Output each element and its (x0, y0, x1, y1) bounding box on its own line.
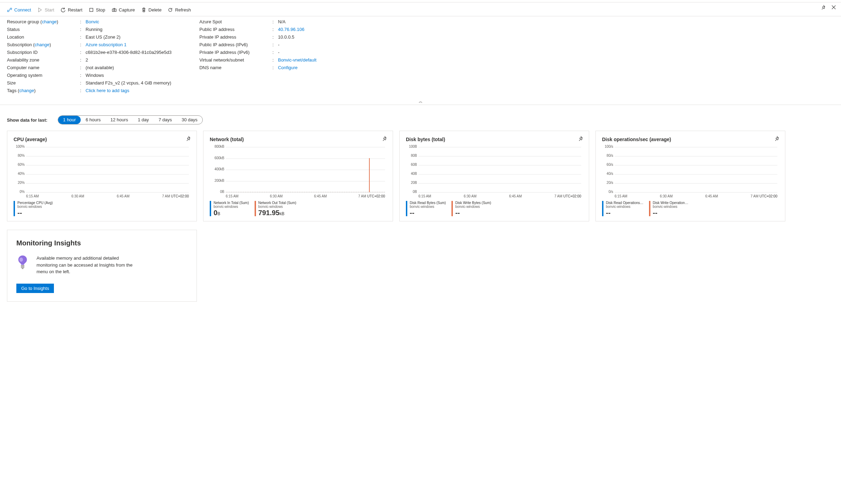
delete-button[interactable]: Delete (141, 7, 162, 13)
property-label: Computer name (7, 65, 80, 70)
property-value: - (278, 50, 279, 55)
time-range-label: Show data for last: (7, 117, 47, 123)
property-row: Subscription (change):Azure subscription… (7, 42, 171, 47)
capture-button[interactable]: Capture (112, 7, 135, 13)
property-value: Azure subscription 1 (86, 42, 127, 47)
chart-card: Disk operations/sec (average)100/s80/s60… (595, 131, 785, 221)
svg-rect-4 (21, 265, 24, 266)
chart-plot[interactable]: 100%80%60%40%20%0% (26, 147, 189, 192)
collapse-icon[interactable]: ︽ (0, 98, 841, 105)
legend-item[interactable]: Disk Read Bytes (Sum)bonvic-windows-- (406, 201, 446, 216)
lightbulb-icon (16, 255, 29, 269)
go-to-insights-button[interactable]: Go to Insights (16, 284, 54, 293)
pin-icon[interactable] (822, 5, 826, 11)
property-label: Private IP address (199, 34, 272, 40)
chart-plot[interactable]: 100B80B60B40B20B0B (418, 147, 581, 192)
property-row: Status:Running (7, 27, 171, 32)
chart-title: Network (total) (210, 137, 386, 142)
chart-xaxis: 6:15 AM6:30 AM6:45 AM7 AM UTC+02:00 (26, 192, 189, 198)
pin-icon[interactable] (186, 136, 192, 142)
property-value: c681b2ee-e378-4306-8d82-81c0a295e5d3 (86, 50, 171, 55)
property-label: Subscription (change) (7, 42, 80, 47)
charts-grid: CPU (average)100%80%60%40%20%0%6:15 AM6:… (0, 131, 841, 228)
property-label: Location (7, 34, 80, 40)
property-label: Resource group (change) (7, 19, 80, 24)
svg-point-2 (113, 10, 115, 11)
time-range-pills: 1 hour6 hours12 hours1 day7 days30 days (58, 115, 203, 124)
chart-card: Disk bytes (total)100B80B60B40B20B0B6:15… (399, 131, 589, 221)
property-row: Virtual network/subnet:Bonvic-vnet/defau… (199, 57, 317, 63)
chart-xaxis: 6:15 AM6:30 AM6:45 AM7 AM UTC+02:00 (418, 192, 581, 198)
property-row: Computer name:(not available) (7, 65, 171, 70)
property-value: Configure (278, 65, 297, 70)
property-value: Bonvic-vnet/default (278, 57, 317, 63)
property-row: Private IP address:10.0.0.5 (199, 34, 317, 40)
essentials-panel: Resource group (change):BonvicStatus:Run… (0, 16, 841, 98)
change-link[interactable]: change (34, 42, 49, 47)
insights-text: Available memory and additional detailed… (37, 255, 141, 275)
time-range-option[interactable]: 30 days (177, 116, 202, 124)
time-range-option[interactable]: 7 days (154, 116, 177, 124)
refresh-button[interactable]: Refresh (168, 7, 191, 13)
property-label: Azure Spot (199, 19, 272, 24)
property-value: Running (86, 27, 102, 32)
time-range-option[interactable]: 12 hours (106, 116, 133, 124)
chart-xaxis: 6:15 AM6:30 AM6:45 AM7 AM UTC+02:00 (615, 192, 777, 198)
property-value: N/A (278, 19, 286, 24)
start-button: Start (37, 7, 54, 13)
close-icon[interactable] (831, 5, 836, 11)
chart-plot[interactable]: 100/s80/s60/s40/s20/s0/s (615, 147, 777, 192)
chart-card: CPU (average)100%80%60%40%20%0%6:15 AM6:… (7, 131, 197, 221)
property-value: Click here to add tags (86, 88, 129, 93)
property-row: Public IP address (IPv6):- (199, 42, 317, 47)
pin-icon[interactable] (579, 136, 584, 142)
restart-button[interactable]: Restart (61, 7, 82, 13)
change-link[interactable]: change (42, 19, 57, 24)
legend-item[interactable]: Percentage CPU (Avg)bonvic-windows-- (14, 201, 53, 216)
chart-legend: Percentage CPU (Avg)bonvic-windows-- (14, 201, 190, 216)
property-value: 40.76.96.106 (278, 27, 304, 32)
property-label: Subscription ID (7, 50, 80, 55)
legend-item[interactable]: Disk Read Operations…bonvic-windows-- (602, 201, 643, 216)
svg-rect-0 (90, 8, 93, 11)
property-label: Size (7, 80, 80, 86)
property-row: Public IP address:40.76.96.106 (199, 27, 317, 32)
pin-icon[interactable] (383, 136, 388, 142)
legend-item[interactable]: Disk Write Bytes (Sum)bonvic-windows-- (451, 201, 491, 216)
property-label: Availability zone (7, 57, 80, 63)
property-value: Windows (86, 73, 104, 78)
insights-title: Monitoring Insights (16, 239, 187, 247)
property-label: Status (7, 27, 80, 32)
property-label: Tags (change) (7, 88, 80, 93)
property-value: 10.0.0.5 (278, 34, 294, 40)
chart-title: CPU (average) (14, 137, 190, 142)
legend-item[interactable]: Network In Total (Sum)bonvic-windows0B (210, 201, 249, 216)
time-range-option[interactable]: 1 day (133, 116, 154, 124)
property-row: Operating system:Windows (7, 73, 171, 78)
change-link[interactable]: change (19, 88, 34, 93)
chart-legend: Disk Read Bytes (Sum)bonvic-windows--Dis… (406, 201, 583, 216)
property-row: Private IP address (IPv6):- (199, 50, 317, 55)
time-range-row: Show data for last: 1 hour6 hours12 hour… (0, 105, 841, 131)
connect-button[interactable]: Connect (7, 7, 31, 13)
chart-card: Network (total)800kB600kB400kB200kB0B6:1… (203, 131, 393, 221)
legend-item[interactable]: Disk Write Operation…bonvic-windows-- (649, 201, 688, 216)
chart-plot[interactable]: 800kB600kB400kB200kB0B (226, 147, 385, 192)
stop-button[interactable]: Stop (89, 7, 105, 13)
property-label: Virtual network/subnet (199, 57, 272, 63)
chart-legend: Network In Total (Sum)bonvic-windows0BNe… (210, 201, 386, 216)
chart-title: Disk bytes (total) (406, 137, 583, 142)
property-value: East US (Zone 2) (86, 34, 120, 40)
property-value: Standard F2s_v2 (2 vcpus, 4 GiB memory) (86, 80, 171, 86)
svg-rect-5 (21, 267, 24, 268)
time-range-option[interactable]: 6 hours (81, 116, 105, 124)
time-range-option[interactable]: 1 hour (58, 116, 81, 124)
property-row: Azure Spot:N/A (199, 19, 317, 24)
legend-item[interactable]: Network Out Total (Sum)bonvic-windows791… (255, 201, 296, 216)
pin-icon[interactable] (775, 136, 780, 142)
property-label: DNS name (199, 65, 272, 70)
svg-rect-1 (112, 9, 116, 12)
insights-card: Monitoring Insights Available memory and… (7, 230, 197, 302)
property-value: 2 (86, 57, 88, 63)
property-label: Public IP address (199, 27, 272, 32)
